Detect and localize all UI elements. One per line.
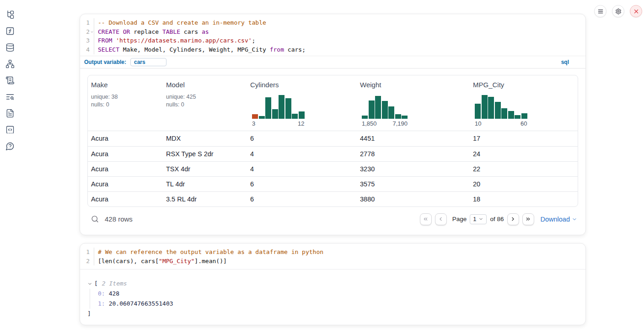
python-output: [ 2 Items 0:4281:20.060747663551403 ] — [80, 270, 585, 319]
hist-min-label: 1,850 — [362, 120, 377, 127]
table-cell: 24 — [470, 147, 578, 161]
first-page-button[interactable] — [420, 213, 432, 225]
column-header-mpg-city[interactable]: MPG_City 1060 — [470, 75, 578, 131]
model-nulls-stat: nulls: 0 — [166, 101, 243, 109]
mpg-city-histogram: 1060 — [475, 94, 527, 127]
last-page-button[interactable] — [522, 213, 534, 225]
table-row: AcuraRSX Type S 2dr4277824 — [88, 146, 578, 161]
table-cell: TL 4dr — [163, 177, 247, 191]
code-line: 2[len(cars), cars["MPG_City"].mean()] — [80, 257, 585, 266]
output-entry: 0:428 — [98, 289, 585, 299]
hist-bar — [369, 100, 375, 119]
hist-bar — [402, 116, 408, 119]
table-cell: 18 — [470, 192, 578, 206]
code-line: 2CREATE OR replace TABLE cars as — [80, 27, 585, 37]
table-cell: Acura — [88, 177, 163, 191]
chevrons-right-icon — [525, 216, 531, 222]
left-sidebar — [0, 0, 20, 333]
table-row: AcuraMDX6445117 — [88, 131, 578, 146]
table-cell: 6 — [247, 192, 357, 206]
make-nulls-stat: nulls: 0 — [91, 101, 159, 109]
result-table: Make unique: 38 nulls: 0 Model unique: 4… — [87, 75, 578, 207]
hist-bar — [488, 97, 494, 119]
pagination: Page 1 of 86 — [420, 213, 534, 225]
hist-max-label: 7,190 — [392, 120, 408, 127]
shutdown-button[interactable] — [630, 5, 642, 17]
hist-bar — [395, 114, 401, 119]
output-entry: 1:20.060747663551403 — [98, 299, 585, 309]
table-cell: 4 — [247, 147, 357, 161]
table-cell: Acura — [88, 192, 163, 206]
function-square-icon[interactable] — [5, 26, 15, 36]
table-footer: 428 rows Page 1 of 86 Download — [91, 212, 577, 226]
scroll-logs-icon[interactable] — [5, 76, 15, 85]
download-button[interactable]: Download — [541, 216, 578, 223]
chevron-left-icon — [438, 216, 444, 222]
column-header-model[interactable]: Model unique: 425 nulls: 0 — [163, 75, 247, 131]
topbar-controls — [594, 5, 642, 17]
code-square-icon[interactable] — [5, 125, 15, 134]
hist-bar — [259, 116, 265, 119]
prev-page-button[interactable] — [435, 213, 447, 225]
dependency-graph-icon[interactable] — [5, 59, 15, 69]
python-code-editor[interactable]: 1# We can reference the output variable … — [80, 243, 585, 270]
fold-chevron-icon[interactable] — [90, 27, 94, 37]
table-cell: 4 — [247, 162, 357, 176]
column-header-cylinders[interactable]: Cylinders 312 — [247, 75, 357, 131]
column-header-make[interactable]: Make unique: 38 nulls: 0 — [88, 75, 163, 131]
column-header-weight[interactable]: Weight 1,8507,190 — [357, 75, 470, 131]
hist-bar — [495, 102, 501, 119]
file-tree-icon[interactable] — [5, 10, 15, 19]
code-line: 1# We can reference the output variable … — [80, 248, 585, 257]
output-variable-input[interactable] — [130, 58, 166, 66]
database-icon[interactable] — [5, 43, 15, 52]
collapse-chevron-icon[interactable] — [87, 281, 92, 286]
hist-max-label: 12 — [298, 120, 304, 127]
hist-bar — [272, 109, 278, 119]
table-cell: 6 — [247, 177, 357, 191]
code-line: 4SELECT Make, Model, Cylinders, Weight, … — [80, 45, 585, 54]
hist-bar — [382, 101, 388, 119]
table-cell: MDX — [163, 131, 247, 146]
make-unique-stat: unique: 38 — [91, 93, 159, 101]
weight-histogram: 1,8507,190 — [362, 94, 408, 127]
hist-bar — [265, 97, 271, 119]
table-body: AcuraMDX6445117AcuraRSX Type S 2dr427782… — [88, 131, 578, 206]
page-select[interactable]: 1 — [470, 214, 487, 224]
table-row: AcuraTSX 4dr4323022 — [88, 161, 578, 176]
settings-button[interactable] — [612, 5, 624, 17]
search-icon[interactable] — [91, 215, 99, 223]
document-icon[interactable] — [5, 109, 15, 118]
json-entries: 0:4281:20.060747663551403 — [90, 289, 585, 309]
sql-cell: 1-- Download a CSV and create an in-memo… — [80, 14, 586, 235]
json-items-label: 2 Items — [102, 279, 127, 289]
hist-bar — [482, 95, 488, 119]
menu-icon — [597, 8, 604, 15]
table-cell: Acura — [88, 131, 163, 146]
sql-code-editor[interactable]: 1-- Download a CSV and create an in-memo… — [80, 14, 585, 54]
hist-max-label: 60 — [521, 120, 527, 127]
row-count: 428 rows — [105, 215, 133, 223]
hist-bar — [515, 115, 521, 119]
page-select-value: 1 — [473, 216, 476, 222]
language-badge: sql — [561, 59, 569, 65]
table-cell: 22 — [470, 162, 578, 176]
table-cell: 3230 — [357, 162, 470, 176]
table-cell: 3880 — [357, 192, 470, 206]
table-cell: Acura — [88, 162, 163, 176]
settings-icon — [615, 8, 622, 15]
list-search-icon[interactable] — [5, 92, 15, 101]
table-header-row: Make unique: 38 nulls: 0 Model unique: 4… — [88, 75, 578, 131]
x-icon — [633, 8, 639, 15]
menu-button[interactable] — [594, 5, 606, 17]
next-page-button[interactable] — [507, 213, 519, 225]
help-icon[interactable] — [5, 142, 15, 151]
table-cell: 17 — [470, 131, 578, 146]
chevron-down-icon — [572, 217, 577, 222]
code-line: 3FROM 'https://datasets.marimo.app/cars.… — [80, 36, 585, 45]
output-variable-label: Output variable: — [84, 59, 126, 65]
json-open-bracket: [ — [94, 279, 98, 289]
hist-bar — [508, 111, 514, 119]
table-cell: 3.5 RL 4dr — [163, 192, 247, 206]
page-total: of 86 — [490, 216, 504, 222]
